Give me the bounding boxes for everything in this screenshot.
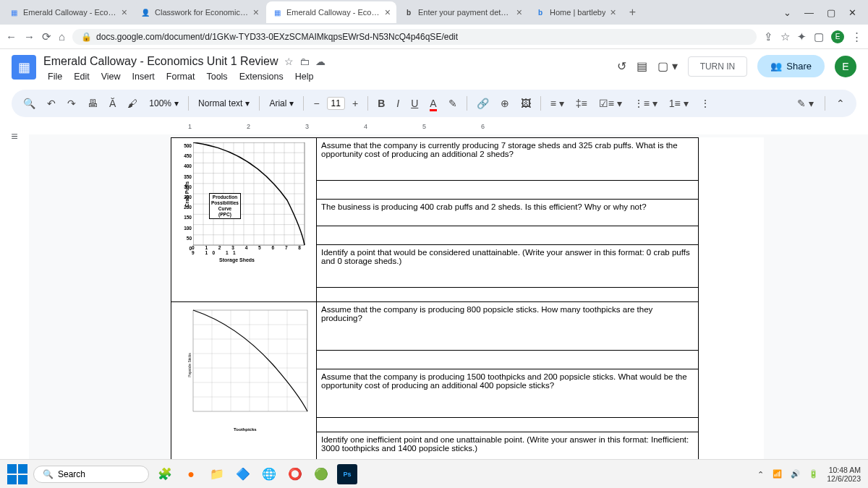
menu-view[interactable]: View [97, 69, 125, 84]
bookmark-icon[interactable]: ☆ [780, 30, 790, 43]
tray-chevron-icon[interactable]: ⌃ [757, 470, 764, 479]
taskbar-app-icon[interactable]: ● [181, 464, 201, 484]
question-cell[interactable]: Assume that the company is producing 150… [317, 369, 699, 418]
align-icon[interactable]: ≡ ▾ [546, 95, 569, 112]
cloud-icon[interactable]: ☁ [315, 56, 326, 67]
browser-tab[interactable]: 👤Classwork for Economics 5th× [135, 1, 265, 23]
browser-tab-active[interactable]: ▦Emerald Calloway - Econom× [266, 1, 396, 23]
print-icon[interactable]: 🖶 [83, 95, 102, 112]
taskbar-app-icon[interactable]: 🧩 [155, 464, 175, 484]
style-select[interactable]: Normal text ▾ [194, 96, 254, 111]
document-canvas[interactable]: Crab Puffs 50045040035030025020015010050… [29, 134, 868, 481]
minimize-icon[interactable]: — [804, 7, 814, 18]
meet-icon[interactable]: ▢ ▾ [658, 59, 677, 73]
answer-cell[interactable] [317, 226, 699, 245]
text-color-icon[interactable]: A [425, 95, 441, 112]
numbered-icon[interactable]: 1≡ ▾ [665, 95, 693, 112]
comments-icon[interactable]: ▤ [637, 59, 647, 73]
taskbar-app-icon[interactable]: 🔷 [233, 464, 253, 484]
new-tab-button[interactable]: + [624, 6, 642, 19]
answer-cell[interactable] [317, 288, 699, 302]
paint-format-icon[interactable]: 🖌 [123, 95, 142, 112]
question-cell[interactable]: Assume that the company is currently pro… [317, 138, 699, 181]
browser-tab[interactable]: bEnter your payment details× [398, 1, 528, 23]
url-input[interactable]: 🔒 docs.google.com/document/d/1GKw-TYD33-… [72, 29, 757, 45]
bullets-icon[interactable]: ⋮≡ ▾ [629, 95, 662, 112]
menu-edit[interactable]: Edit [69, 69, 94, 84]
menu-tools[interactable]: Tools [202, 69, 231, 84]
bold-icon[interactable]: B [373, 95, 389, 112]
underline-icon[interactable]: U [407, 95, 422, 112]
photoshop-icon[interactable]: Ps [337, 464, 357, 484]
tab-close-icon[interactable]: × [516, 7, 522, 18]
highlight-icon[interactable]: ✎ [444, 95, 461, 112]
share-page-icon[interactable]: ⇪ [764, 30, 773, 43]
browser-tab[interactable]: ▦Emerald Calloway - Econom× [3, 1, 133, 23]
answer-cell[interactable] [317, 418, 699, 432]
more-icon[interactable]: ⋮ [696, 95, 715, 112]
collapse-icon[interactable]: ⌃ [832, 95, 849, 112]
profile-icon[interactable]: E [831, 30, 844, 43]
volume-icon[interactable]: 🔊 [791, 469, 800, 479]
editing-mode-icon[interactable]: ✎ ▾ [793, 95, 818, 112]
outline-icon[interactable]: ≡ [11, 130, 17, 143]
battery-icon[interactable]: 🔋 [809, 469, 818, 479]
question-cell[interactable]: Identify a point that would be considere… [317, 245, 699, 288]
answer-cell[interactable] [317, 180, 699, 199]
maximize-icon[interactable]: ▢ [827, 7, 835, 18]
back-icon[interactable]: ← [6, 30, 17, 43]
file-explorer-icon[interactable]: 📁 [207, 464, 227, 484]
move-icon[interactable]: 🗀 [299, 56, 310, 67]
clock[interactable]: 10:48 AM 12/6/2023 [827, 466, 861, 483]
reload-icon[interactable]: ⟳ [42, 30, 51, 43]
question-cell[interactable]: Assume that the company is producing 800… [317, 302, 699, 351]
menu-insert[interactable]: Insert [128, 69, 159, 84]
tab-close-icon[interactable]: × [610, 7, 616, 18]
menu-format[interactable]: Format [162, 69, 200, 84]
start-button[interactable] [7, 464, 27, 484]
question-cell[interactable]: The business is producing 400 crab puffs… [317, 199, 699, 226]
zoom-select[interactable]: 100% ▾ [145, 96, 183, 111]
close-icon[interactable]: ✕ [848, 7, 856, 18]
history-icon[interactable]: ↺ [617, 59, 626, 73]
font-size-input[interactable]: 11 [327, 97, 345, 110]
menu-icon[interactable]: ⋮ [851, 30, 862, 43]
star-icon[interactable]: ☆ [284, 56, 294, 67]
share-button[interactable]: 👥Share [757, 55, 825, 77]
tab-close-icon[interactable]: × [385, 7, 391, 18]
increase-font-icon[interactable]: + [348, 95, 362, 112]
wifi-icon[interactable]: 📶 [773, 469, 782, 479]
tab-close-icon[interactable]: × [253, 7, 259, 18]
taskbar-search[interactable]: 🔍Search [33, 466, 149, 483]
line-spacing-icon[interactable]: ‡≡ [571, 95, 592, 112]
extensions-icon[interactable]: ✦ [797, 30, 807, 43]
undo-icon[interactable]: ↶ [43, 95, 60, 112]
home-icon[interactable]: ⌂ [59, 30, 65, 43]
answer-cell[interactable] [317, 351, 699, 369]
menu-help[interactable]: Help [291, 69, 318, 84]
avatar[interactable]: E [835, 56, 856, 77]
browser-tab[interactable]: bHome | bartleby× [529, 1, 622, 23]
chevron-down-icon[interactable]: ⌄ [783, 7, 791, 18]
reading-icon[interactable]: ▢ [814, 30, 824, 43]
image-icon[interactable]: 🖼 [516, 95, 535, 112]
edge-icon[interactable]: 🌐 [259, 464, 279, 484]
spellcheck-icon[interactable]: Ă [105, 95, 120, 112]
redo-icon[interactable]: ↷ [63, 95, 80, 112]
italic-icon[interactable]: I [392, 95, 404, 112]
turn-in-button[interactable]: TURN IN [688, 56, 748, 77]
search-icon[interactable]: 🔍 [19, 95, 40, 112]
checklist-icon[interactable]: ☑≡ ▾ [595, 95, 626, 112]
menu-extensions[interactable]: Extensions [235, 69, 288, 84]
tab-close-icon[interactable]: × [122, 7, 127, 18]
link-icon[interactable]: 🔗 [472, 95, 493, 112]
font-select[interactable]: Arial ▾ [265, 96, 298, 111]
document-title[interactable]: Emerald Calloway - Economics Unit 1 Revi… [43, 55, 278, 68]
comment-icon[interactable]: ⊕ [496, 95, 514, 112]
forward-icon[interactable]: → [24, 30, 35, 43]
decrease-font-icon[interactable]: − [309, 95, 323, 112]
menu-file[interactable]: File [43, 69, 67, 84]
chrome-icon[interactable]: ⭕ [285, 464, 305, 484]
taskbar-app-icon[interactable]: 🟢 [311, 464, 331, 484]
docs-logo-icon[interactable]: ▦ [12, 55, 36, 80]
